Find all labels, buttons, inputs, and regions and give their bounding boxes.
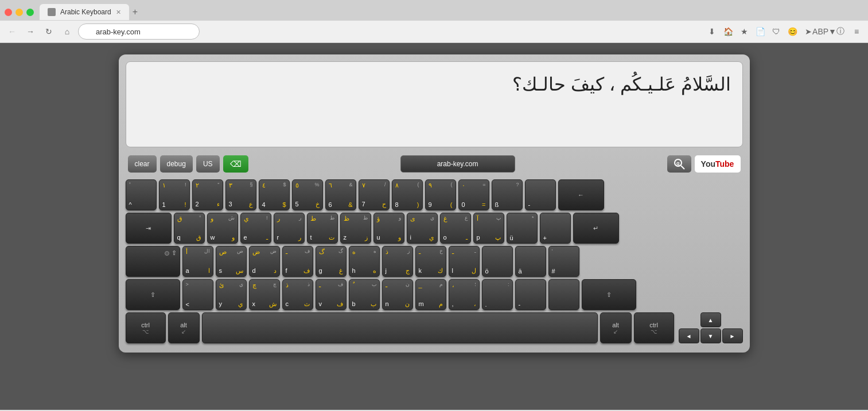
key-d[interactable]: ضض dد bbox=[249, 246, 280, 277]
star-icon[interactable]: ★ bbox=[737, 25, 751, 38]
site-label: arab-key.com bbox=[400, 155, 515, 173]
keyboard-row-2: ⇥ ق° qق وش wو ي! eـ رر rر bbox=[126, 213, 743, 244]
left-ctrl-key[interactable]: ctrl ⌥ bbox=[126, 312, 166, 343]
google-search-icon[interactable]: g bbox=[667, 155, 691, 173]
layout-button[interactable]: US bbox=[196, 155, 220, 173]
arrow-down-key[interactable]: ▼ bbox=[700, 328, 721, 343]
caps-lock-key[interactable]: ⇧ bbox=[126, 246, 180, 277]
lang-icon[interactable]: ABP▼ bbox=[818, 25, 831, 38]
clear-button[interactable]: clear bbox=[128, 155, 157, 173]
right-ctrl-key[interactable]: ctrl ⌥ bbox=[634, 312, 674, 343]
home-button[interactable]: ⌂ bbox=[60, 24, 75, 39]
key-bracket-l[interactable]: * ü bbox=[507, 213, 538, 244]
shield-icon[interactable]: 🛡 bbox=[769, 25, 783, 38]
key-3[interactable]: ٣§ 3ع bbox=[225, 179, 256, 210]
active-tab[interactable]: Arabic Keyboard ✕ bbox=[40, 4, 129, 20]
key-0[interactable]: ٠= 0= bbox=[458, 179, 489, 210]
yt-you-text: You bbox=[701, 159, 715, 169]
key-semicolon[interactable]: ö bbox=[482, 246, 513, 277]
key-v[interactable]: ـف vف bbox=[316, 279, 347, 310]
keyboard-row-4: ⇧ > < ئي yي چچ xش ذذ cث bbox=[126, 279, 743, 310]
key-g[interactable]: گگ gغ bbox=[316, 246, 347, 277]
home-icon[interactable]: 🏠 bbox=[721, 25, 735, 38]
bookmark-icon[interactable]: 📄 bbox=[753, 25, 767, 38]
key-e[interactable]: ي! eـ bbox=[240, 213, 271, 244]
key-c[interactable]: ذذ cث bbox=[282, 279, 313, 310]
address-bar[interactable] bbox=[78, 24, 200, 40]
key-b[interactable]: ٌب bب bbox=[349, 279, 380, 310]
minimize-button[interactable] bbox=[15, 9, 23, 16]
keyboard-row-5: ctrl ⌥ alt ↙ alt ↙ ctrl ⌥ bbox=[126, 312, 743, 343]
key-q[interactable]: ق° qق bbox=[174, 213, 205, 244]
key-backslash[interactable]: ' # bbox=[548, 246, 579, 277]
key-t[interactable]: طط tت bbox=[307, 213, 338, 244]
key-l[interactable]: ــ lل bbox=[449, 246, 480, 277]
maximize-button[interactable] bbox=[26, 9, 34, 16]
key-2[interactable]: ٢" 2ء bbox=[192, 179, 223, 210]
key-p[interactable]: آپ pپ bbox=[473, 213, 504, 244]
backspace-key[interactable]: ← bbox=[558, 179, 604, 210]
debug-button[interactable]: debug bbox=[160, 155, 193, 173]
arrow-up-key[interactable]: ▲ bbox=[700, 312, 721, 327]
new-tab-button[interactable]: + bbox=[133, 7, 138, 17]
key-angle-bracket[interactable]: > < bbox=[182, 279, 213, 310]
key-quote[interactable]: ä bbox=[515, 246, 546, 277]
key-1[interactable]: ١! 1! bbox=[159, 179, 190, 210]
key-comma[interactable]: ،؛ ,، bbox=[449, 279, 480, 310]
right-shift-key[interactable]: ⇧ bbox=[582, 279, 636, 310]
key-f[interactable]: ـف fف bbox=[282, 246, 313, 277]
nav-icons: ⬇ 🏠 ★ 📄 🛡 😊 ➤ ABP▼ ⓘ ≡ bbox=[705, 25, 863, 38]
key-k[interactable]: ـخ kك bbox=[415, 246, 446, 277]
close-button[interactable] bbox=[5, 9, 12, 16]
key-h[interactable]: هه hه bbox=[349, 246, 380, 277]
key-x[interactable]: چچ xش bbox=[249, 279, 280, 310]
key-y[interactable]: ئي yي bbox=[216, 279, 247, 310]
youtube-button[interactable]: You Tube bbox=[695, 155, 741, 173]
key-9[interactable]: ٩( 9( bbox=[425, 179, 456, 210]
special-key-button[interactable]: ⌫ bbox=[223, 155, 248, 173]
key-minus[interactable]: ? ß bbox=[492, 179, 523, 210]
tab-favicon bbox=[48, 8, 56, 16]
enter-key[interactable]: ↵ bbox=[573, 213, 619, 244]
key-o[interactable]: غع oـ bbox=[440, 213, 471, 244]
key-period[interactable]: : . bbox=[482, 279, 513, 310]
key-bracket-r[interactable]: + bbox=[540, 213, 571, 244]
key-slash[interactable]: - bbox=[515, 279, 546, 310]
key-j[interactable]: ذز jج bbox=[382, 246, 413, 277]
tab-key[interactable]: ⇥ bbox=[126, 213, 172, 244]
key-6[interactable]: ٦& 6& bbox=[325, 179, 356, 210]
arrow-right-key[interactable]: ► bbox=[722, 328, 743, 343]
key-grave[interactable]: ° ^ bbox=[126, 179, 157, 210]
left-shift-key[interactable]: ⇧ bbox=[126, 279, 180, 310]
key-m[interactable]: _م mم bbox=[415, 279, 446, 310]
key-s[interactable]: صص sس bbox=[216, 246, 247, 277]
emoji-icon[interactable]: 😊 bbox=[785, 25, 799, 38]
space-key[interactable] bbox=[202, 312, 598, 343]
key-r[interactable]: رر rر bbox=[274, 213, 305, 244]
main-content: السَّلامُ عَلـيـكُم ، كيفَ حالـك؟ clear … bbox=[0, 43, 868, 410]
tab-close-icon[interactable]: ✕ bbox=[116, 9, 121, 16]
download-icon[interactable]: ⬇ bbox=[705, 25, 719, 38]
right-alt-key[interactable]: alt ↙ bbox=[600, 312, 632, 343]
key-7[interactable]: ٧/ 7ح bbox=[359, 179, 390, 210]
key-z[interactable]: ظظ zز bbox=[340, 213, 371, 244]
key-4[interactable]: ٤$ 4$ bbox=[259, 179, 290, 210]
keyboard-container: السَّلامُ عَلـيـكُم ، كيفَ حالـك؟ clear … bbox=[119, 54, 750, 353]
arrow-left-key[interactable]: ◄ bbox=[679, 328, 699, 343]
left-alt-key[interactable]: alt ↙ bbox=[168, 312, 200, 343]
key-u[interactable]: ؤو uو bbox=[373, 213, 404, 244]
forward-button[interactable]: → bbox=[23, 24, 38, 39]
info-icon[interactable]: ⓘ bbox=[834, 25, 847, 38]
back-button[interactable]: ← bbox=[5, 24, 20, 39]
key-i[interactable]: ىي iي bbox=[407, 213, 438, 244]
key-8[interactable]: ٨( 8) bbox=[392, 179, 423, 210]
key-equals[interactable]: - bbox=[525, 179, 556, 210]
key-5[interactable]: ٥% 5خ bbox=[292, 179, 323, 210]
key-w[interactable]: وش wو bbox=[207, 213, 238, 244]
key-empty-1[interactable] bbox=[548, 279, 579, 310]
reload-button[interactable]: ↻ bbox=[41, 24, 56, 39]
key-a[interactable]: أال aا bbox=[182, 246, 213, 277]
menu-icon[interactable]: ≡ bbox=[850, 25, 863, 38]
key-n[interactable]: ـن nن bbox=[382, 279, 413, 310]
arabic-text-display: السَّلامُ عَلـيـكُم ، كيفَ حالـك؟ bbox=[132, 68, 737, 125]
